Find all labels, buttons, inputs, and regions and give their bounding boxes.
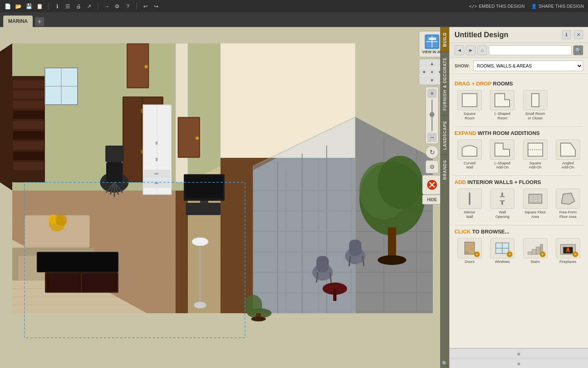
svg-rect-67: [185, 175, 223, 198]
svg-marker-148: [561, 193, 575, 204]
svg-rect-105: [316, 256, 329, 272]
panel-home-button[interactable]: ⌂: [477, 45, 487, 55]
rotate-button[interactable]: ↻: [425, 146, 439, 159]
zoom-in-button[interactable]: +: [428, 89, 437, 98]
sep2: [98, 3, 98, 9]
svg-rect-56: [141, 150, 143, 154]
item-curved-wall[interactable]: CurvedWall: [454, 139, 485, 170]
interior-header: ADD INTERIOR WALLS + FLOORS: [454, 179, 583, 185]
tab-bar: MARINA +: [0, 12, 588, 27]
item-doors[interactable]: + Doors: [454, 238, 485, 264]
svg-rect-157: [536, 247, 540, 254]
item-square-addon[interactable]: SquareAdd-On: [520, 139, 550, 170]
nav-up-button[interactable]: ▲: [428, 60, 436, 67]
view-2d-icon: [425, 34, 439, 49]
item-windows[interactable]: + Windows: [487, 238, 517, 264]
nav-btn-empty3: [420, 76, 428, 84]
file-new-icon[interactable]: 📄: [4, 2, 11, 10]
panel-close-button[interactable]: ✕: [574, 30, 583, 39]
search-input[interactable]: [489, 45, 572, 55]
panel-header: Untitled Design ℹ ✕: [450, 27, 588, 43]
svg-rect-32: [176, 43, 188, 182]
item-square-room[interactable]: SquareRoom: [454, 90, 485, 121]
drag-drop-grid: SquareRoom L-ShapedRoom: [454, 90, 583, 121]
svg-rect-129: [462, 94, 477, 107]
expand-grid: CurvedWall L-ShapedAdd-On: [454, 139, 583, 170]
share-button[interactable]: 👤 SHARE THIS DESIGN: [531, 4, 584, 9]
info-icon[interactable]: ℹ: [53, 2, 61, 10]
vtab-landscape[interactable]: LANDSCAPE: [440, 115, 449, 155]
item-fireplaces[interactable]: + Fireplaces: [553, 238, 583, 264]
main-area: VIEW IN 2D ▲ ◄ ● ► ▼ + −: [0, 27, 588, 368]
svg-rect-156: [532, 249, 536, 254]
svg-rect-142: [529, 194, 542, 203]
nav-center-button[interactable]: ●: [428, 68, 436, 76]
nav-down-button[interactable]: ▼: [428, 76, 436, 84]
panel-back-button[interactable]: ◄: [454, 45, 464, 55]
help-icon[interactable]: ?: [124, 2, 131, 10]
show-row: SHOW: ROOMS, WALLS & AREAS FURNITURE ALL: [450, 58, 588, 74]
hide-button[interactable]: HIDE: [422, 195, 442, 204]
svg-rect-91: [38, 253, 117, 271]
vtab-build[interactable]: BUILD: [440, 27, 449, 52]
add-tab-button[interactable]: +: [35, 17, 44, 26]
item-lshaped-addon[interactable]: L-ShapedAdd-On: [487, 139, 517, 170]
search-go-button[interactable]: 🔍: [573, 45, 583, 55]
top-toolbar: 📄 📂 💾 📋 ℹ ☰ 🖨 ↗ → ⚙ ? ↩ ↪ </> EMBED THIS…: [0, 0, 588, 12]
svg-marker-130: [495, 94, 510, 107]
save-as-icon[interactable]: 📋: [36, 2, 43, 10]
folder-open-icon[interactable]: 📂: [15, 2, 22, 10]
panel-title: Untitled Design: [454, 31, 559, 39]
panel-nav: ◄ ► ⌂ 🔍: [450, 43, 588, 58]
svg-marker-136: [561, 143, 575, 156]
item-floor-area[interactable]: Square FloorArea: [520, 188, 550, 219]
svg-rect-46: [13, 141, 44, 150]
item-freeform-floor[interactable]: Free-FormFloor Area: [553, 188, 583, 219]
item-small-room[interactable]: Small Roomor Closet: [520, 90, 550, 121]
undo-icon[interactable]: ↩: [142, 2, 149, 10]
arrow-icon[interactable]: →: [103, 2, 110, 10]
save-icon[interactable]: 💾: [25, 2, 33, 10]
embed-button[interactable]: </> EMBED THIS DESIGN: [469, 4, 525, 9]
panel-forward-button[interactable]: ►: [466, 45, 476, 55]
settings-overlay-button[interactable]: ⚙: [425, 160, 439, 173]
show-select[interactable]: ROOMS, WALLS & AREAS FURNITURE ALL: [473, 61, 583, 71]
svg-point-120: [145, 65, 148, 68]
item-lshaped-room[interactable]: L-ShapedRoom: [487, 90, 517, 121]
item-interior-wall[interactable]: InteriorWall: [454, 188, 485, 219]
vtab-furnish[interactable]: FURNISH & DECORATE: [440, 52, 449, 116]
vtab-brands[interactable]: BRANDS: [440, 155, 449, 185]
svg-marker-125: [429, 38, 436, 40]
collapse-down-button[interactable]: »: [450, 358, 588, 368]
svg-point-93: [192, 238, 208, 246]
show-label: SHOW:: [454, 63, 470, 68]
nav-btn-empty: [420, 60, 428, 67]
svg-rect-72: [106, 162, 122, 182]
svg-rect-89: [82, 274, 117, 292]
settings-icon[interactable]: ⚙: [114, 2, 121, 10]
marina-tab[interactable]: MARINA: [3, 16, 33, 27]
interior-grid: InteriorWall WallOpening: [454, 188, 583, 219]
collapse-up-button[interactable]: «: [450, 348, 588, 358]
list-icon[interactable]: ☰: [64, 2, 71, 10]
svg-marker-30: [0, 43, 12, 191]
zoom-out-button[interactable]: −: [428, 133, 437, 142]
export-icon[interactable]: ↗: [85, 2, 93, 10]
svg-rect-85: [12, 248, 18, 280]
hide-control: HIDE: [422, 175, 442, 204]
nav-left-button[interactable]: ◄: [420, 68, 428, 76]
redo-icon[interactable]: ↪: [152, 2, 160, 10]
item-stairs[interactable]: + Stairs: [520, 238, 550, 264]
vtab-search-icon[interactable]: 🔍: [440, 359, 449, 368]
print-icon[interactable]: 🖨: [75, 2, 82, 10]
item-angled-addon[interactable]: AngledAdd-On: [553, 139, 583, 170]
canvas-area[interactable]: VIEW IN 2D ▲ ◄ ● ► ▼ + −: [0, 27, 449, 368]
collapse-area: « »: [450, 348, 588, 368]
zoom-track: [431, 99, 433, 131]
svg-rect-48: [13, 162, 44, 170]
zoom-slider[interactable]: + −: [425, 87, 439, 144]
item-wall-opening[interactable]: WallOpening: [487, 188, 517, 219]
right-panel: Untitled Design ℹ ✕ ◄ ► ⌂ 🔍 SHOW: ROOMS,…: [449, 27, 588, 368]
panel-info-button[interactable]: ℹ: [562, 30, 571, 39]
svg-rect-73: [105, 146, 124, 162]
